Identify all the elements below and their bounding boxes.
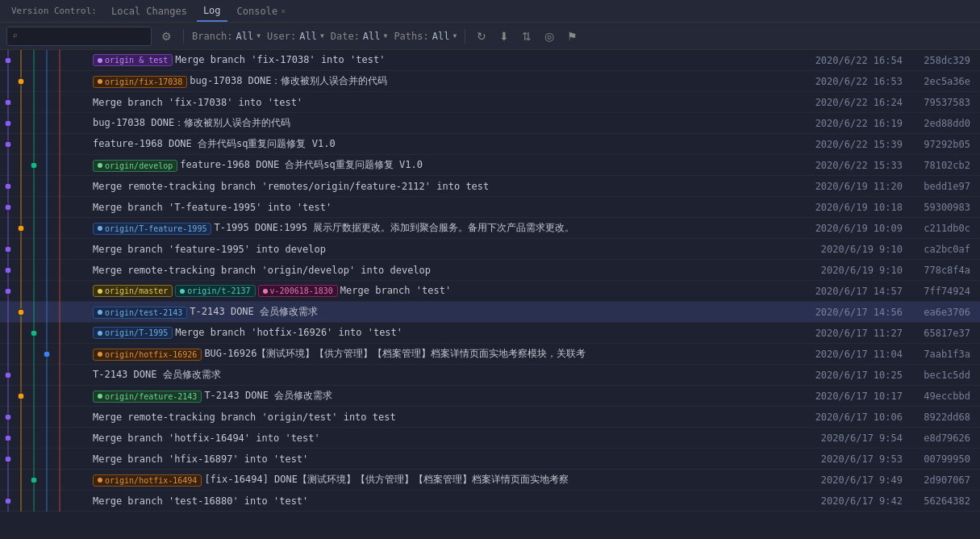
flag-button[interactable]: ⚑ — [564, 28, 581, 44]
table-row[interactable]: origin/hotfix-16494[fix-16494] DONE【测试环境… — [0, 470, 980, 491]
log-container[interactable]: origin & testMerge branch 'fix-17038' in… — [0, 50, 980, 539]
commit-date: 2020/6/19 11:20 — [803, 181, 915, 192]
commit-message: Merge branch 'hotfix-16926' into 'test' — [175, 327, 402, 338]
table-row[interactable]: Merge branch 'test-16880' into 'test'202… — [0, 491, 980, 512]
branch-selector[interactable]: Branch: All ▼ — [192, 31, 261, 42]
message-column: origin/T-1995Merge branch 'hotfix-16926'… — [93, 327, 803, 340]
refresh-button[interactable]: ↻ — [473, 28, 490, 44]
table-row[interactable]: Merge remote-tracking branch 'origin/tes… — [0, 407, 980, 428]
table-row[interactable]: origin/feature-2143T-2143 DONE 会员修改需求202… — [0, 386, 980, 407]
table-row[interactable]: T-2143 DONE 会员修改需求2020/6/17 10:25bec1c5d… — [0, 365, 980, 386]
commit-date: 2020/6/17 14:56 — [803, 307, 915, 318]
svg-point-11 — [18, 78, 24, 85]
commit-hash: 7ff74924 — [915, 286, 980, 297]
tab-local-changes[interactable]: Local Changes — [105, 0, 194, 22]
commit-message: Merge branch 'test-16880' into 'test' — [93, 495, 308, 507]
fetch-button[interactable]: ⬇ — [496, 28, 512, 44]
svg-point-119 — [5, 456, 11, 462]
user-selector[interactable]: User: All ▼ — [267, 31, 324, 42]
svg-point-17 — [5, 99, 11, 106]
table-row[interactable]: origin/test-2143T-2143 DONE 会员修改需求2020/6… — [0, 302, 980, 323]
console-close-icon[interactable]: ✕ — [281, 6, 286, 15]
table-row[interactable]: Merge remote-tracking branch 'remotes/or… — [0, 176, 980, 197]
commit-date: 2020/6/17 9:49 — [803, 474, 915, 486]
branch-tag: origin/fix-17038 — [93, 76, 187, 88]
tag-label: origin/fix-17038 — [105, 77, 182, 86]
commit-date: 2020/6/19 9:10 — [803, 265, 915, 276]
table-row[interactable]: origin/developfeature-1968 DONE 合并代码sq重复… — [0, 155, 980, 176]
tag-dot — [98, 289, 102, 294]
push-pull-button[interactable]: ⇅ — [519, 28, 535, 44]
tag-dot — [98, 352, 102, 357]
console-label: Console — [237, 6, 278, 17]
table-row[interactable]: origin/fix-17038bug-17038 DONE：修改被别人误合并的… — [0, 71, 980, 92]
commit-date: 2020/6/17 9:42 — [803, 495, 915, 507]
commit-date: 2020/6/22 16:54 — [803, 55, 915, 66]
commit-date: 2020/6/17 11:27 — [803, 328, 915, 339]
table-row[interactable]: Merge branch 'fix-17038' into 'test'2020… — [0, 92, 980, 113]
table-row[interactable]: bug-17038 DONE：修改被别人误合并的代码2020/6/22 16:1… — [0, 113, 980, 134]
graph-column — [0, 260, 93, 281]
svg-point-65 — [5, 267, 11, 274]
table-row[interactable]: origin & testMerge branch 'fix-17038' in… — [0, 50, 980, 71]
table-row[interactable]: origin/masterorigin/t-2137v-200618-1830M… — [0, 281, 980, 302]
paths-selector[interactable]: Paths: All ▼ — [394, 31, 457, 42]
commit-hash: c211db0c — [915, 223, 980, 234]
tag-dot — [263, 289, 268, 294]
tag-dot — [98, 478, 102, 483]
tab-log[interactable]: Log — [197, 0, 227, 22]
tag-dot — [98, 79, 102, 84]
branch-tag: v-200618-1830 — [258, 285, 338, 297]
branch-dropdown-arrow: ▼ — [256, 32, 261, 40]
svg-point-125 — [31, 477, 37, 483]
commit-message: feature-1968 DONE 合并代码sq重复问题修复 V1.0 — [180, 159, 423, 170]
table-row[interactable]: Merge branch 'hotfix-16494' into 'test'2… — [0, 428, 980, 449]
graph-column — [0, 155, 93, 176]
eye-button[interactable]: ◎ — [541, 28, 557, 44]
table-row[interactable]: origin/hotfix-16926BUG-16926【测试环境】【供方管理】… — [0, 344, 980, 365]
commit-date: 2020/6/22 16:19 — [803, 118, 915, 129]
message-column: T-2143 DONE 会员修改需求 — [93, 368, 803, 382]
commit-message: BUG-16926【测试环境】【供方管理】【档案管理】档案详情页面实地考察模块，… — [204, 348, 586, 359]
settings-button[interactable]: ⚙ — [158, 28, 175, 44]
commit-hash: 59300983 — [915, 202, 980, 213]
graph-column — [0, 449, 93, 470]
table-row[interactable]: origin/T-1995Merge branch 'hotfix-16926'… — [0, 323, 980, 344]
table-row[interactable]: origin/T-feature-1995T-1995 DONE:1995 展示… — [0, 218, 980, 239]
message-column: Merge branch 'T-feature-1995' into 'test… — [93, 202, 803, 213]
commit-hash: 79537583 — [915, 97, 980, 108]
table-row[interactable]: feature-1968 DONE 合并代码sq重复问题修复 V1.02020/… — [0, 134, 980, 155]
tag-dot — [98, 226, 102, 231]
table-row[interactable]: Merge branch 'T-feature-1995' into 'test… — [0, 197, 980, 218]
commit-hash: 778c8f4a — [915, 265, 980, 276]
branch-tag: origin/hotfix-16926 — [93, 349, 202, 361]
commit-message: Merge branch 'T-feature-1995' into 'test… — [93, 202, 332, 213]
message-column: feature-1968 DONE 合并代码sq重复问题修复 V1.0 — [93, 137, 803, 151]
table-row[interactable]: Merge branch 'feature-1995' into develop… — [0, 239, 980, 260]
svg-point-29 — [5, 141, 11, 148]
branch-value: All — [236, 31, 254, 42]
commit-date: 2020/6/19 9:10 — [803, 244, 915, 255]
table-row[interactable]: Merge branch 'hfix-16897' into 'test'202… — [0, 449, 980, 470]
commit-message: Merge branch 'feature-1995' into develop — [93, 244, 326, 255]
svg-point-95 — [5, 372, 11, 378]
message-column: Merge branch 'hfix-16897' into 'test' — [93, 453, 803, 465]
graph-column — [0, 176, 93, 197]
table-row[interactable]: Merge remote-tracking branch 'origin/dev… — [0, 260, 980, 281]
tab-console[interactable]: Console ✕ — [231, 0, 293, 22]
message-column: Merge branch 'feature-1995' into develop — [93, 244, 803, 255]
tag-label: origin/hotfix-16926 — [105, 350, 197, 359]
svg-point-41 — [5, 183, 11, 190]
divider-1 — [183, 29, 184, 44]
graph-column — [0, 323, 93, 344]
tag-label: origin/test-2143 — [105, 308, 182, 317]
date-selector[interactable]: Date: All ▼ — [331, 31, 388, 42]
search-input[interactable] — [21, 31, 146, 42]
search-box[interactable]: ⌕ — [6, 27, 152, 46]
message-column: Merge branch 'hotfix-16494' into 'test' — [93, 432, 803, 444]
tag-dot — [180, 289, 185, 294]
message-column: origin/masterorigin/t-2137v-200618-1830M… — [93, 285, 803, 298]
commit-hash: 7aab1f3a — [915, 349, 980, 360]
graph-column — [0, 470, 93, 491]
message-column: Merge remote-tracking branch 'remotes/or… — [93, 181, 803, 192]
